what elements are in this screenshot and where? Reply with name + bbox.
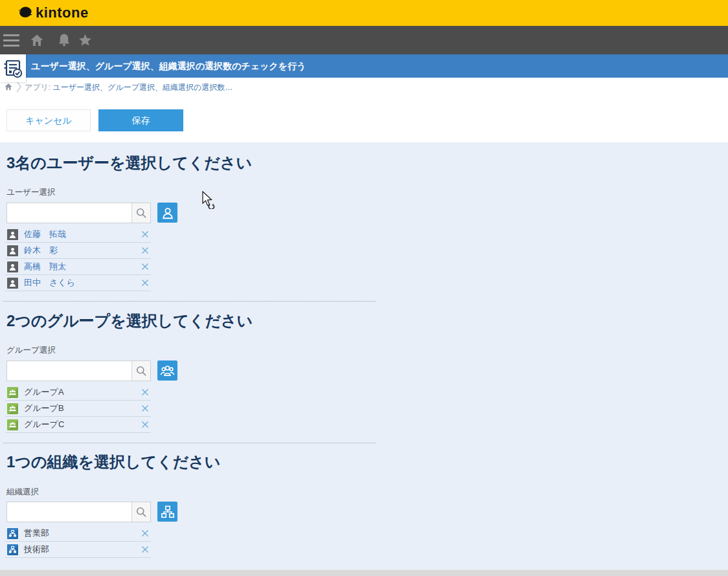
remove-org-icon[interactable] [141, 545, 150, 554]
app-icon[interactable] [0, 54, 26, 82]
selected-group-name: グループB [24, 403, 64, 414]
org-select-controls [6, 502, 177, 522]
bell-icon[interactable] [56, 32, 72, 48]
search-icon [135, 364, 148, 377]
remove-group-icon[interactable] [141, 388, 150, 397]
breadcrumb: アプリ: ユーザー選択、グループ選択、組織選択の選択数… [0, 78, 728, 96]
section-divider [3, 301, 376, 302]
group-select-controls [6, 360, 177, 381]
group-field-label: グループ選択 [6, 345, 56, 356]
user-field-label: ユーザー選択 [6, 187, 56, 198]
selected-user-row: 田中 さくら [5, 275, 151, 291]
selected-user-name[interactable]: 佐藤 拓哉 [24, 228, 66, 240]
remove-group-icon[interactable] [141, 404, 150, 413]
user-select-controls [6, 203, 177, 223]
selected-org-row: 技術部 [5, 542, 151, 558]
search-icon [135, 505, 148, 518]
user-search-button[interactable] [131, 203, 150, 223]
selected-org-name: 技術部 [24, 544, 49, 555]
user-avatar-icon [7, 229, 18, 240]
selected-org-name: 営業部 [24, 527, 49, 539]
user-avatar-icon [7, 261, 18, 272]
section-heading-organizations: 1つの組織を選択してください [6, 452, 220, 472]
group-icon [160, 363, 175, 378]
global-toolbar [0, 26, 728, 54]
home-icon[interactable] [28, 32, 45, 48]
footer-strip [0, 570, 728, 576]
breadcrumb-prefix: アプリ: [25, 83, 51, 92]
org-avatar-icon [7, 544, 18, 555]
user-icon [161, 206, 175, 220]
remove-user-icon[interactable] [141, 246, 150, 255]
group-search-group [6, 360, 151, 381]
selected-user-row: 高橋 翔太 [5, 259, 151, 275]
org-field-label: 組織選択 [6, 487, 39, 498]
selected-group-row: グループA [5, 384, 151, 401]
selected-org-row: 営業部 [5, 526, 151, 542]
user-avatar-icon [7, 245, 18, 256]
selected-groups-list: グループA グループB グループC [5, 384, 151, 433]
hamburger-menu-button[interactable] [3, 34, 19, 47]
selected-group-row: グループC [5, 417, 151, 433]
section-heading-users: 3名のユーザーを選択してください [6, 153, 252, 173]
org-search-group [6, 502, 151, 522]
user-picker-button[interactable] [157, 203, 177, 223]
remove-user-icon[interactable] [141, 278, 150, 287]
selected-orgs-list: 営業部 技術部 [5, 526, 151, 558]
selected-users-list: 佐藤 拓哉 鈴木 彩 高橋 翔太 [5, 227, 151, 291]
remove-user-icon[interactable] [141, 262, 150, 271]
user-search-input[interactable] [7, 203, 131, 223]
breadcrumb-home-icon[interactable] [4, 82, 13, 91]
org-avatar-icon [7, 528, 18, 539]
section-heading-groups: 2つのグループを選択してください [6, 311, 253, 331]
remove-group-icon[interactable] [141, 420, 150, 429]
cancel-button[interactable]: キャンセル [6, 109, 91, 131]
remove-user-icon[interactable] [141, 230, 150, 239]
kintone-logo-mark-icon [17, 6, 33, 20]
group-avatar-icon [7, 403, 18, 414]
breadcrumb-current: ユーザー選択、グループ選択、組織選択の選択数… [53, 83, 233, 92]
breadcrumb-app-link[interactable]: アプリ: ユーザー選択、グループ選択、組織選択の選択数… [25, 82, 233, 93]
group-search-input[interactable] [7, 361, 131, 381]
star-icon[interactable] [76, 32, 94, 48]
kintone-logo-text: kintone [36, 5, 89, 21]
selected-user-row: 鈴木 彩 [5, 243, 151, 259]
selected-group-name: グループA [24, 386, 64, 398]
selected-group-row: グループB [5, 401, 151, 417]
breadcrumb-chevron-icon [16, 80, 22, 93]
selected-user-name[interactable]: 高橋 翔太 [24, 261, 66, 272]
org-chart-icon [161, 505, 175, 519]
record-form-content: 3名のユーザーを選択してください ユーザー選択 [0, 142, 728, 570]
brand-bar: kintone [0, 0, 728, 26]
user-search-group [6, 203, 151, 223]
selected-user-name[interactable]: 鈴木 彩 [24, 245, 58, 256]
section-divider [3, 443, 376, 443]
kintone-record-edit-screen: kintone ユーザー選択、グループ選択、組織選択の選択数のチェックを行う [0, 0, 728, 576]
group-picker-button[interactable] [157, 360, 177, 381]
selected-user-name[interactable]: 田中 さくら [24, 277, 75, 289]
group-avatar-icon [7, 419, 18, 430]
search-icon [135, 206, 148, 219]
kintone-logo[interactable]: kintone [17, 5, 89, 21]
org-search-button[interactable] [131, 502, 150, 522]
selected-user-row: 佐藤 拓哉 [5, 227, 151, 243]
group-search-button[interactable] [131, 361, 150, 381]
selected-group-name: グループC [24, 419, 64, 430]
app-title[interactable]: ユーザー選択、グループ選択、組織選択の選択数のチェックを行う [31, 54, 306, 78]
app-form-check-icon [3, 59, 23, 78]
group-avatar-icon [7, 387, 18, 398]
org-search-input[interactable] [7, 502, 131, 522]
user-avatar-icon [7, 278, 18, 289]
save-button[interactable]: 保存 [98, 109, 183, 131]
org-picker-button[interactable] [157, 502, 177, 522]
remove-org-icon[interactable] [141, 529, 150, 538]
